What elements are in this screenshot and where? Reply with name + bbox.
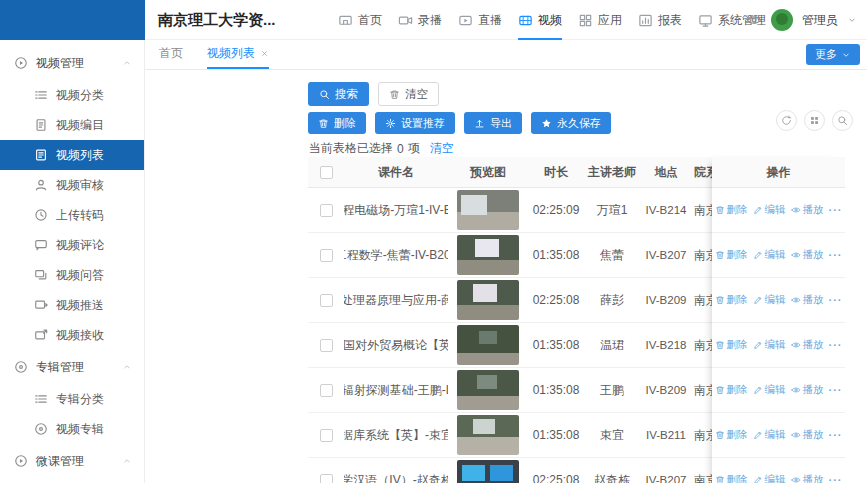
row-checkbox[interactable] [320, 339, 333, 352]
row-checkbox[interactable] [320, 384, 333, 397]
sidebar-item-9[interactable]: 视频推送 [0, 290, 144, 320]
col-teacher: 主讲老师 [584, 164, 640, 181]
play-action[interactable]: 播放 [791, 293, 824, 307]
duration: 02:25:09 [528, 203, 584, 217]
logo-block[interactable] [0, 0, 145, 40]
density-button[interactable] [804, 110, 825, 131]
comment-icon [34, 238, 48, 252]
preview-thumbnail[interactable] [457, 190, 519, 230]
refresh-button[interactable] [776, 110, 797, 131]
delete-button-label: 删除 [334, 116, 356, 131]
close-icon[interactable] [260, 49, 269, 58]
sidebar-item-4[interactable]: 视频列表 [0, 140, 144, 170]
more-actions-button[interactable]: ··· [829, 204, 843, 216]
preview-thumbnail[interactable] [457, 325, 519, 365]
edit-pencil-icon [753, 475, 763, 483]
delete-action[interactable]: 删除 [715, 383, 748, 397]
avatar[interactable] [771, 9, 793, 31]
course-name: 核辐射探测基础-王鹏-L... [344, 382, 448, 399]
sidebar-item-10[interactable]: 视频接收 [0, 320, 144, 350]
more-actions-button[interactable]: ··· [829, 249, 843, 261]
preview-thumbnail[interactable] [457, 415, 519, 455]
chevron-up-icon[interactable] [122, 58, 132, 68]
edit-action[interactable]: 编辑 [753, 203, 786, 217]
sidebar-item-2[interactable]: 视频分类 [0, 80, 144, 110]
edit-action[interactable]: 编辑 [753, 473, 786, 483]
edit-action[interactable]: 编辑 [753, 338, 786, 352]
sidebar-item-6[interactable]: 上传转码 [0, 200, 144, 230]
clear-button[interactable]: 清空 [378, 82, 439, 106]
edit-action[interactable]: 编辑 [753, 248, 786, 262]
topnav-item-5[interactable]: 应用 [578, 0, 622, 40]
edit-action[interactable]: 编辑 [753, 383, 786, 397]
row-actions: 删除 编辑 播放 ··· [712, 278, 845, 323]
sidebar-item-11[interactable]: 专辑管理 [0, 350, 144, 384]
preview-thumbnail[interactable] [457, 280, 519, 320]
topnav-item-1[interactable]: 首页 [338, 0, 382, 40]
course-name: 中国对外贸易概论【英... [344, 337, 448, 354]
row-checkbox[interactable] [320, 204, 333, 217]
eye-icon [791, 205, 801, 215]
preview-thumbnail[interactable] [457, 370, 519, 410]
sidebar-item-3[interactable]: 视频编目 [0, 110, 144, 140]
column-search-button[interactable] [832, 110, 853, 131]
sidebar-item-14[interactable]: 微课管理 [0, 444, 144, 478]
play-action[interactable]: 播放 [791, 248, 824, 262]
select-all-checkbox[interactable] [320, 166, 333, 179]
chevron-up-icon[interactable] [122, 456, 132, 466]
col-actions: 操作 [712, 157, 845, 188]
topnav-item-6[interactable]: 报表 [638, 0, 682, 40]
visibility-eye-icon[interactable] [746, 12, 762, 28]
trash-icon [715, 250, 725, 260]
more-actions-button[interactable]: ··· [829, 429, 843, 441]
sidebar-item-12[interactable]: 专辑分类 [0, 384, 144, 414]
play-action[interactable]: 播放 [791, 338, 824, 352]
row-checkbox[interactable] [320, 429, 333, 442]
edit-action[interactable]: 编辑 [753, 428, 786, 442]
edit-pencil-icon [753, 385, 763, 395]
delete-action[interactable]: 删除 [715, 293, 748, 307]
row-checkbox[interactable] [320, 294, 333, 307]
play-action[interactable]: 播放 [791, 473, 824, 483]
permanent-save-button[interactable]: 永久保存 [531, 112, 611, 134]
play-action[interactable]: 播放 [791, 428, 824, 442]
delete-action[interactable]: 删除 [715, 203, 748, 217]
row-checkbox[interactable] [320, 474, 333, 483]
edit-action[interactable]: 编辑 [753, 293, 786, 307]
tab-2[interactable]: 视频列表 [207, 40, 269, 69]
sidebar-item-1[interactable]: 视频管理 [0, 46, 144, 80]
preview-thumbnail[interactable] [457, 235, 519, 275]
topnav-item-3[interactable]: 直播 [458, 0, 502, 40]
user-name[interactable]: 管理员 [802, 12, 838, 29]
location: IV-B211 [640, 429, 692, 441]
more-actions-button[interactable]: ··· [829, 384, 843, 396]
search-button[interactable]: 搜索 [308, 82, 369, 106]
row-checkbox[interactable] [320, 249, 333, 262]
delete-action[interactable]: 删除 [715, 338, 748, 352]
chevron-up-icon[interactable] [122, 362, 132, 372]
sidebar-item-8[interactable]: 视频问答 [0, 260, 144, 290]
set-recommend-button[interactable]: 设置推荐 [375, 112, 455, 134]
upload-icon [474, 118, 485, 129]
delete-action[interactable]: 删除 [715, 428, 748, 442]
export-button[interactable]: 导出 [464, 112, 522, 134]
delete-button[interactable]: 删除 [308, 112, 366, 134]
play-action[interactable]: 播放 [791, 383, 824, 397]
more-button[interactable]: 更多 [806, 44, 860, 65]
more-actions-button[interactable]: ··· [829, 294, 843, 306]
more-actions-button[interactable]: ··· [829, 339, 843, 351]
play-action[interactable]: 播放 [791, 203, 824, 217]
sidebar-item-5[interactable]: 视频审核 [0, 170, 144, 200]
selection-clear-link[interactable]: 清空 [430, 140, 454, 157]
delete-action[interactable]: 删除 [715, 473, 748, 483]
location: IV-B209 [640, 384, 692, 396]
more-actions-button[interactable]: ··· [829, 474, 843, 483]
duration: 01:35:08 [528, 338, 584, 352]
preview-thumbnail[interactable] [457, 460, 519, 483]
sidebar-item-13[interactable]: 视频专辑 [0, 414, 144, 444]
delete-action[interactable]: 删除 [715, 248, 748, 262]
sidebar-item-7[interactable]: 视频评论 [0, 230, 144, 260]
topnav-item-4[interactable]: 视频 [518, 0, 562, 40]
tab-1[interactable]: 首页 [159, 40, 183, 69]
topnav-item-2[interactable]: 录播 [398, 0, 442, 40]
